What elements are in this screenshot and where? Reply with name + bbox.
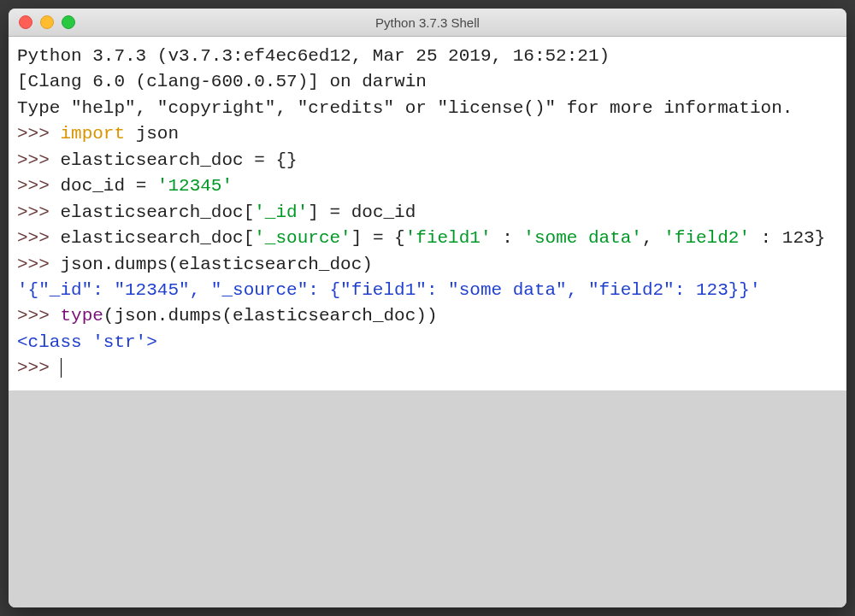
window-title: Python 3.7.3 Shell xyxy=(375,15,480,30)
string-literal: 'some data' xyxy=(523,228,642,248)
code-part: doc_id = xyxy=(60,176,156,196)
code-part: , xyxy=(642,228,663,248)
window-background xyxy=(9,390,846,607)
titlebar: Python 3.7.3 Shell xyxy=(9,9,846,37)
string-literal: 'field1' xyxy=(405,228,492,248)
prompt: >>> xyxy=(17,124,60,144)
traffic-lights xyxy=(19,15,75,29)
zoom-icon[interactable] xyxy=(62,15,75,29)
output-line: '{"_id": "12345", "_source": {"field1": … xyxy=(17,280,761,300)
text-cursor-icon xyxy=(61,358,62,378)
code-part: ] = doc_id xyxy=(308,202,416,222)
banner-line-1: Python 3.7.3 (v3.7.3:ef4ec6ed12, Mar 25 … xyxy=(17,46,621,66)
output-line: <class 'str'> xyxy=(17,332,157,352)
banner-line-2: [Clang 6.0 (clang-600.0.57)] on darwin xyxy=(17,72,427,91)
prompt: >>> xyxy=(17,255,60,274)
import-rest: json xyxy=(125,124,179,144)
string-literal: 'field2' xyxy=(663,228,750,248)
code-part: : xyxy=(492,228,524,248)
code-part: : 123} xyxy=(750,228,825,248)
code-part: (json.dumps(elasticsearch_doc)) xyxy=(103,306,438,326)
prompt: >>> xyxy=(17,150,60,170)
code-part: elasticsearch_doc[ xyxy=(60,202,254,222)
code-part: elasticsearch_doc[ xyxy=(60,228,254,248)
builtin-type: type xyxy=(60,306,103,326)
shell-content[interactable]: Python 3.7.3 (v3.7.3:ef4ec6ed12, Mar 25 … xyxy=(9,37,846,390)
banner-line-3a: Type "help", "copyright", "credits" or "… xyxy=(17,98,663,118)
banner-line-3b: information. xyxy=(663,98,793,118)
import-keyword: import xyxy=(60,124,125,144)
string-literal: '12345' xyxy=(157,176,233,196)
string-literal: '_source' xyxy=(254,228,351,248)
close-icon[interactable] xyxy=(19,15,32,29)
idle-window: Python 3.7.3 Shell Python 3.7.3 (v3.7.3:… xyxy=(9,9,846,607)
prompt: >>> xyxy=(17,202,60,222)
code-line: json.dumps(elasticsearch_doc) xyxy=(60,255,372,274)
prompt: >>> xyxy=(17,176,60,196)
prompt: >>> xyxy=(17,228,60,248)
string-literal: '_id' xyxy=(254,202,308,222)
minimize-icon[interactable] xyxy=(40,15,54,29)
prompt: >>> xyxy=(17,358,60,378)
code-part: ] = { xyxy=(351,228,405,248)
prompt: >>> xyxy=(17,306,60,326)
code-line: elasticsearch_doc = {} xyxy=(60,150,297,170)
